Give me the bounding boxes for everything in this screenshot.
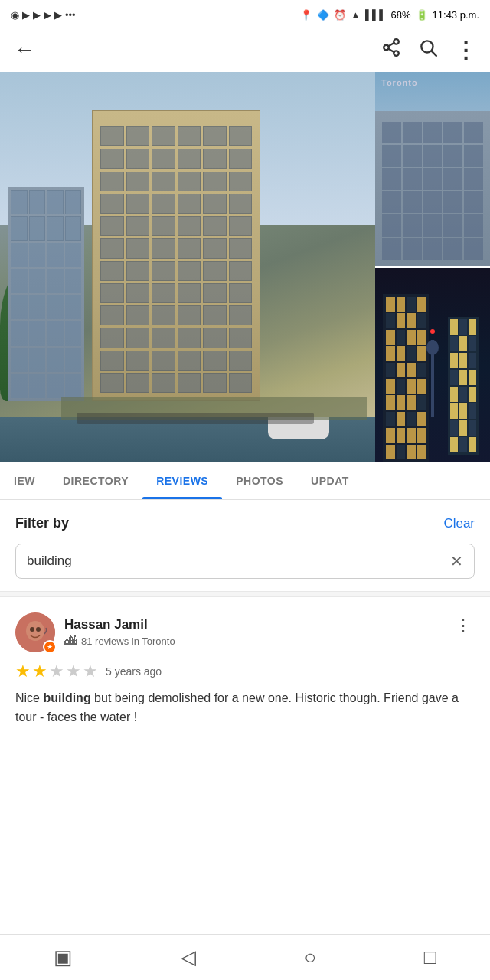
filter-input-container[interactable]: building ✕ [15,544,475,579]
status-right-icons: 📍 🔷 ⏰ ▲ ▌▌▌ 68% 🔋 11:43 p.m. [300,9,479,21]
search-icon[interactable] [418,38,438,63]
wifi-icon: ▲ [351,9,361,21]
battery-percent: 68% [391,9,411,21]
review-text-before: Nice [15,691,43,704]
filter-header: Filter by Clear [15,515,475,531]
home-icon[interactable]: ○ [304,946,316,969]
local-guide-badge: ★ [43,640,57,654]
nav-right-actions: ⋮ [381,38,476,63]
tab-directory[interactable]: DIRECTORY [49,462,142,499]
play-icon-2: ▶ [33,9,41,21]
time-display: 11:43 p.m. [433,9,479,21]
overview-icon[interactable]: □ [424,946,436,969]
reviewer-review-count: 81 reviews in Toronto [81,635,175,647]
section-divider [0,591,490,597]
side-photo-top[interactable]: Toronto [375,72,490,268]
back-nav-icon[interactable]: ◁ [181,946,196,969]
clear-input-icon[interactable]: ✕ [450,552,463,570]
star-5: ★ [83,662,98,681]
tab-overview[interactable]: IEW [0,462,49,499]
review-header: ★ Hassan Jamil 🏙 81 reviews in Toronto ⋮ [15,612,475,652]
tab-photos[interactable]: PHOTOS [222,462,297,499]
reviewer-name: Hassan Jamil [64,617,175,632]
reviewer-details: Hassan Jamil 🏙 81 reviews in Toronto [64,617,175,648]
status-left-icons: ◉ ▶ ▶ ▶ ▶ ••• [11,9,76,21]
svg-line-6 [432,51,436,55]
filter-input-text: building [27,554,450,569]
sim-icon: ◉ [11,9,19,21]
more-dots-icon: ••• [65,9,76,21]
tab-reviews[interactable]: REVIEWS [142,462,222,499]
review-item: ★ Hassan Jamil 🏙 81 reviews in Toronto ⋮… [0,597,490,740]
review-time-ago: 5 years ago [106,665,162,678]
tab-updates[interactable]: UPDAT [297,462,363,499]
star-4: ★ [66,662,81,681]
star-rating: ★ ★ ★ ★ ★ [15,662,98,681]
reviewer-meta: 🏙 81 reviews in Toronto [64,634,175,648]
review-text: Nice building but being demolished for a… [15,689,475,727]
share-icon[interactable] [381,38,401,63]
play-icon-1: ▶ [22,9,30,21]
rating-row: ★ ★ ★ ★ ★ 5 years ago [15,662,475,681]
filter-section: Filter by Clear building ✕ [0,500,490,591]
city-icon: 🏙 [64,634,77,648]
battery-icon: 🔋 [416,9,428,21]
location-icon: 📍 [300,9,312,21]
tabs-navigation: IEW DIRECTORY REVIEWS PHOTOS UPDAT [0,462,490,500]
more-options-icon[interactable]: ⋮ [455,38,476,63]
star-1: ★ [15,662,31,681]
star-2: ★ [32,662,47,681]
back-button[interactable]: ← [14,38,35,62]
svg-line-3 [388,48,394,51]
clear-filter-button[interactable]: Clear [443,516,475,531]
svg-line-4 [388,43,394,46]
svg-point-10 [36,627,41,632]
side-photos: Toronto [375,72,490,462]
avatar-container: ★ [15,612,55,652]
filter-label: Filter by [15,515,69,531]
bottom-navigation: ▣ ◁ ○ □ [0,934,490,980]
review-bold-word: building [43,691,90,704]
star-3: ★ [49,662,64,681]
svg-point-9 [30,627,34,632]
more-review-options-icon[interactable]: ⋮ [452,612,475,639]
bluetooth-icon: 🔷 [317,9,329,21]
main-photo[interactable] [0,72,375,462]
play-icon-3: ▶ [44,9,51,21]
status-bar: ◉ ▶ ▶ ▶ ▶ ••• 📍 🔷 ⏰ ▲ ▌▌▌ 68% 🔋 11:43 p.… [0,0,490,28]
play-icon-4: ▶ [54,9,62,21]
recent-apps-icon[interactable]: ▣ [54,946,73,969]
photo-gallery: Toronto [0,72,490,462]
reviewer-info: ★ Hassan Jamil 🏙 81 reviews in Toronto [15,612,175,652]
signal-icon: ▌▌▌ [365,9,387,21]
alarm-icon: ⏰ [334,9,346,21]
top-navigation: ← ⋮ [0,28,490,72]
side-photo-bottom[interactable] [375,268,490,462]
